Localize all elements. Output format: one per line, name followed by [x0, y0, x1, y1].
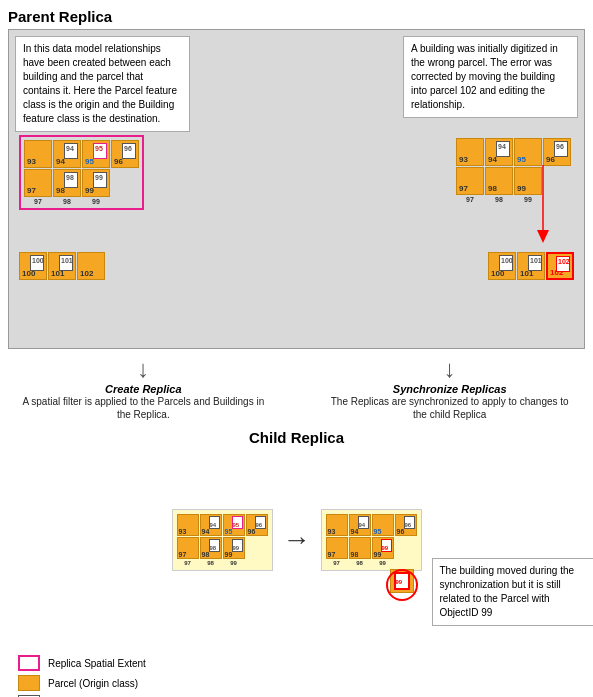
- middle-section: ↓ Create Replica A spatial filter is app…: [8, 349, 585, 429]
- parcel-97: 97: [24, 169, 52, 197]
- tr-94: 94 94: [485, 138, 513, 166]
- child-replica-title: Child Replica: [8, 429, 585, 446]
- cl-row-1: 93 94 94 95 95 96 96: [177, 514, 268, 536]
- create-replica-item: ↓ Create Replica A spatial filter is app…: [18, 357, 269, 421]
- displaced-building-icon: 99: [394, 572, 410, 590]
- cr-93: 93: [326, 514, 348, 536]
- building-101: 101: [59, 255, 73, 271]
- br-building-102: 102: [556, 256, 570, 272]
- tr-98: 98: [485, 167, 513, 195]
- parent-replica-title: Parent Replica: [8, 8, 585, 25]
- parcel-93: 93: [24, 140, 52, 168]
- br-building-100: 100: [499, 255, 513, 271]
- cr-98: 98: [349, 537, 371, 559]
- parcel-95: 95 95: [82, 140, 110, 168]
- top-left-diagram: 93 94 94 95 95 96 96 97 98 9: [19, 135, 144, 210]
- arrow-down-right: ↓: [324, 357, 575, 381]
- br-101: 101 101: [517, 252, 545, 280]
- cl-93: 93: [177, 514, 199, 536]
- tr-93: 93: [456, 138, 484, 166]
- tr-empty: [543, 167, 571, 195]
- building-100: 100: [30, 255, 44, 271]
- br-100: 100 100: [488, 252, 516, 280]
- cl-empty: [246, 537, 268, 559]
- tr-row-1: 93 94 94 95 96 96: [456, 138, 571, 166]
- tr-99: 99: [514, 167, 542, 195]
- cl-b95: 95: [232, 516, 243, 529]
- cl-95: 95 95: [223, 514, 245, 536]
- child-left-diagram: 93 94 94 95 95 96 96 97 98 9: [172, 509, 273, 571]
- info-box-left: In this data model relationships have be…: [15, 36, 190, 132]
- parcel-row-bottom-left: 100 100 101 101 102: [19, 252, 105, 280]
- child-right-diagram: 93 94 94 95 96 96 97: [321, 509, 422, 571]
- parcel-row-2: 97 98 98 99 99: [24, 169, 139, 197]
- create-replica-title: Create Replica: [18, 383, 269, 395]
- tr-building-96: 96: [554, 141, 568, 157]
- legend-parcel: Parcel (Origin class): [18, 675, 575, 691]
- cl-94: 94 94: [200, 514, 222, 536]
- cr-97: 97: [326, 537, 348, 559]
- cl-b99: 99: [232, 539, 243, 552]
- sync-replica-title: Synchronize Replicas: [324, 383, 575, 395]
- create-replica-desc: A spatial filter is applied to the Parce…: [18, 395, 269, 421]
- parcel-94: 94 94: [53, 140, 81, 168]
- cr-empty: [395, 537, 417, 559]
- cr-96: 96 96: [395, 514, 417, 536]
- tr-building-94: 94: [496, 141, 510, 157]
- cr-b96: 96: [404, 516, 415, 529]
- br-102: 102 102: [546, 252, 574, 280]
- svg-marker-1: [537, 230, 549, 243]
- bottom-right-diagram: 100 100 101 101 102 102: [488, 252, 574, 281]
- parcel-98: 98 98: [53, 169, 81, 197]
- child-replica-area: 93 94 94 95 95 96 96 97 98 9: [8, 450, 585, 630]
- parent-replica-box: In this data model relationships have be…: [8, 29, 585, 349]
- cl-98: 98 98: [200, 537, 222, 559]
- parcel-101: 101 101: [48, 252, 76, 280]
- sync-replica-desc: The Replicas are synchronized to apply t…: [324, 395, 575, 421]
- cl-96: 96 96: [246, 514, 268, 536]
- cl-b94: 94: [209, 516, 220, 529]
- parcel-100: 100 100: [19, 252, 47, 280]
- building-98: 98: [64, 172, 78, 188]
- cl-row-2: 97 98 98 99 99: [177, 537, 268, 559]
- cr-row-2: 97 98 99 99: [326, 537, 417, 559]
- legend-replica-extent: Replica Spatial Extent: [18, 655, 575, 671]
- cl-b96: 96: [255, 516, 266, 529]
- parcel-row-1: 93 94 94 95 95 96 96: [24, 140, 139, 168]
- legend-box-pink: [18, 655, 40, 671]
- parcel-99: 99 99: [82, 169, 110, 197]
- legend: Replica Spatial Extent Parcel (Origin cl…: [8, 650, 585, 697]
- building-99: 99: [93, 172, 107, 188]
- parcel-96: 96 96: [111, 140, 139, 168]
- callout-box: The building moved during the synchroniz…: [432, 558, 594, 626]
- main-container: Parent Replica In this data model relati…: [0, 0, 593, 697]
- sync-replica-item: ↓ Synchronize Replicas The Replicas are …: [324, 357, 575, 421]
- building-96: 96: [122, 143, 136, 159]
- building-95: 95: [93, 143, 107, 159]
- cl-97: 97: [177, 537, 199, 559]
- building-94: 94: [64, 143, 78, 159]
- tr-96: 96 96: [543, 138, 571, 166]
- child-right-wrapper: 93 94 94 95 96 96 97: [321, 509, 422, 571]
- cr-99: 99 99: [372, 537, 394, 559]
- info-box-right: A building was initially digitized in th…: [403, 36, 578, 118]
- parcel-empty: [111, 169, 139, 197]
- parcel-102-left: 102: [77, 252, 105, 280]
- cl-99: 99 99: [223, 537, 245, 559]
- displaced-building: 99: [390, 569, 414, 593]
- legend-box-orange: [18, 675, 40, 691]
- cr-95: 95: [372, 514, 394, 536]
- tr-97: 97: [456, 167, 484, 195]
- cr-row-1: 93 94 94 95 96 96: [326, 514, 417, 536]
- arrow-down-left: ↓: [18, 357, 269, 381]
- cr-b99: 99: [381, 539, 392, 552]
- br-building-101: 101: [528, 255, 542, 271]
- cr-94: 94 94: [349, 514, 371, 536]
- bottom-left-diagram: 100 100 101 101 102: [19, 252, 105, 281]
- cl-b98: 98: [209, 539, 220, 552]
- top-right-diagram: 93 94 94 95 96 96 97 98 99: [453, 135, 574, 206]
- arrow-right: →: [283, 524, 311, 556]
- br-row-1: 100 100 101 101 102 102: [488, 252, 574, 280]
- tr-row-2: 97 98 99: [456, 167, 571, 195]
- tr-95: 95: [514, 138, 542, 166]
